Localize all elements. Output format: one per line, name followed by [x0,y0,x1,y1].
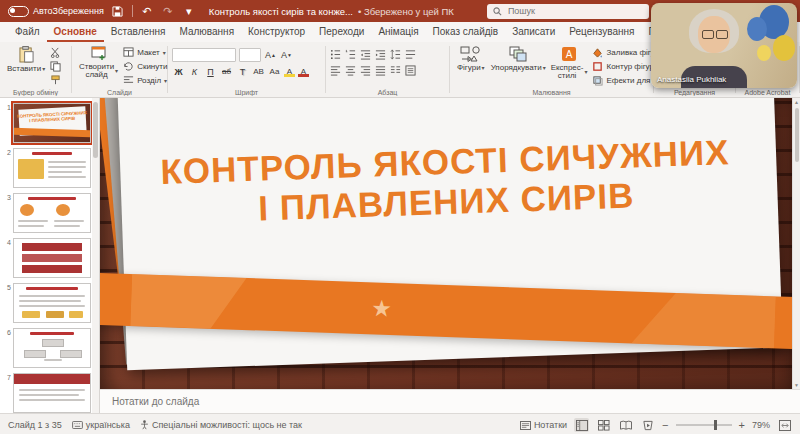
scrollbar-thumb[interactable] [795,108,799,162]
slide-sorter-view-button[interactable] [596,418,611,432]
group-label-acrobat[interactable]: Adobe Acrobat [736,89,799,96]
redo-icon[interactable]: ↷ [161,4,175,18]
zoom-out-button[interactable]: − [662,420,668,431]
indent-decrease-icon[interactable] [360,49,371,60]
strikethrough-button[interactable]: аб [220,66,233,78]
tab-animations[interactable]: Анімація [371,22,425,42]
text-shadow-button[interactable]: Т [236,66,249,78]
highlight-color-button[interactable]: А [284,68,295,77]
text-direction-icon[interactable] [405,49,416,60]
fit-to-window-button[interactable] [777,418,792,432]
quick-styles-label: Експрес-стилі [551,64,584,81]
align-left-icon[interactable] [330,65,341,76]
slide-thumbnail-1[interactable]: КОНТРОЛЬ ЯКОСТІ СИЧУЖНИХІ ПЛАВЛЕНИХ СИРІ… [13,103,91,143]
zoom-in-button[interactable]: + [739,420,745,431]
group-label-font[interactable]: Шрифт [168,89,325,96]
group-label-editing[interactable]: Редагування [654,89,735,96]
new-slide-button[interactable]: Створити слайд▾ [76,45,121,81]
zoom-slider-thumb[interactable] [714,420,717,430]
scroll-down-icon[interactable]: ▼ [794,381,799,389]
tab-review[interactable]: Рецензування [562,22,641,42]
align-right-icon[interactable] [360,65,371,76]
canvas-scrollbar[interactable]: ▲ ▼ [792,98,800,389]
paste-button[interactable]: Вставити▾ [4,45,48,74]
reading-view-button[interactable] [618,418,633,432]
tab-slide-show[interactable]: Показ слайдів [426,22,506,42]
font-name-box[interactable] [172,48,236,62]
slide-thumbnail-3[interactable] [13,193,91,233]
bullets-icon[interactable] [330,49,341,60]
layout-button[interactable]: Макет▾ [123,47,167,58]
normal-view-button[interactable] [574,418,589,432]
tab-record[interactable]: Записати [505,22,562,42]
format-painter-icon[interactable] [50,75,61,86]
dropdown-icon: ▾ [543,65,546,71]
thumbnail-pane-scrollbar[interactable] [92,98,99,413]
numbering-icon[interactable] [345,49,356,60]
save-status[interactable]: • Збережено у цей ПК [358,6,454,17]
notes-toggle-button[interactable]: Нотатки [520,420,567,430]
group-label-drawing[interactable]: Малювання [450,89,653,96]
tab-transitions[interactable]: Переходи [312,22,371,42]
underline-button[interactable]: П [204,66,217,78]
scrollbar-thumb[interactable] [93,102,98,158]
reset-icon [123,61,134,72]
tab-insert[interactable]: Вставлення [104,22,173,42]
webcam-overlay[interactable]: Anastasiia Pukhliak [651,3,797,88]
tab-draw[interactable]: Малювання [172,22,241,42]
line-spacing-icon[interactable] [390,49,401,60]
accessibility-status[interactable]: Спеціальні можливості: щось не так [140,420,302,430]
group-label-clipboard[interactable]: Буфер обміну [0,89,71,96]
slide-thumbnail-6[interactable] [13,328,91,368]
shapes-button[interactable]: Фігури▾ [454,45,488,73]
font-size-box[interactable] [239,48,261,62]
tab-design[interactable]: Конструктор [241,22,312,42]
scroll-up-icon[interactable]: ▲ [794,98,799,106]
slide-thumbnail-5[interactable] [13,283,91,323]
italic-button[interactable]: К [188,66,201,78]
shrink-font-icon[interactable]: А▼ [280,49,293,61]
slide-counter[interactable]: Слайд 1 з 35 [8,420,62,430]
font-color-bar [298,74,309,77]
font-color-button[interactable]: А [298,68,309,77]
undo-icon[interactable]: ↶ [140,4,154,18]
reset-button[interactable]: Скинути [123,61,167,72]
tab-file[interactable]: Файл [8,22,47,42]
section-button[interactable]: Розділ▾ [123,75,167,86]
group-label-paragraph[interactable]: Абзац [326,89,449,96]
justify-icon[interactable] [375,65,386,76]
slide-thumbnail-number: 3 [2,193,11,233]
align-center-icon[interactable] [345,65,356,76]
slide-thumbnail-number: 2 [2,148,11,188]
slide-show-button[interactable] [640,418,655,432]
group-label-slides[interactable]: Слайди [72,89,167,96]
layout-icon [123,47,134,58]
language-indicator[interactable]: українська [72,420,130,430]
character-spacing-button[interactable]: АВ [252,66,265,78]
indent-increase-icon[interactable] [375,49,386,60]
bold-button[interactable]: Ж [172,66,185,78]
columns-icon[interactable] [390,65,401,76]
slide-thumbnail-7[interactable] [13,373,91,413]
customize-quick-access-icon[interactable]: ▾ [182,4,196,18]
change-case-button[interactable]: Аа [268,66,281,78]
copy-icon[interactable] [50,61,61,72]
search-input[interactable] [506,5,620,17]
tab-home[interactable]: Основне [47,22,104,42]
search-box[interactable] [487,4,649,19]
slide-canvas[interactable]: КОНТРОЛЬ ЯКОСТІ СИЧУЖНИХ І ПЛАВЛЕНИХ СИР… [100,98,792,389]
slide-thumbnail-2[interactable] [13,148,91,188]
grow-font-icon[interactable]: А▲ [264,49,277,61]
slide-thumbnail-4[interactable] [13,238,91,278]
zoom-level[interactable]: 79% [752,420,770,430]
quick-styles-button[interactable]: A Експрес-стилі▾ [548,45,591,82]
autosave-toggle[interactable]: АвтоЗбереження [8,6,104,17]
autosave-label: АвтоЗбереження [33,6,104,16]
save-icon[interactable] [111,4,125,18]
arrange-button[interactable]: Упорядкувати▾ [488,45,548,73]
align-text-icon[interactable] [405,65,416,76]
notes-panel[interactable]: Нотатки до слайда [100,389,800,413]
notes-toggle-label: Нотатки [534,420,567,430]
zoom-slider[interactable] [676,424,732,426]
cut-icon[interactable] [50,47,61,58]
